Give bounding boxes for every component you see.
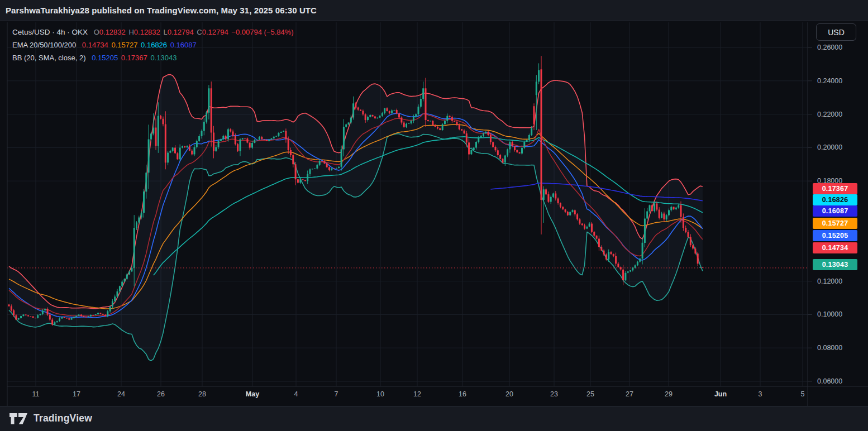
symbol-title: Cetus/USD · 4h · OKX: [12, 28, 88, 36]
time-axis[interactable]: 1117242628May471012162023252729Jun35: [0, 386, 868, 406]
price-tick-label: 0.22000: [817, 111, 842, 118]
price-tick-label: 0.06000: [817, 377, 842, 385]
ema20-value: 0.14734: [82, 41, 108, 49]
high-label: H: [128, 28, 133, 36]
high-value: 0.12832: [134, 28, 160, 36]
tradingview-logo-icon: [9, 413, 28, 424]
bb-label: BB (20, SMA, close, 2): [12, 54, 86, 62]
bb-upper-value: 0.17367: [121, 54, 147, 62]
time-tick-label: 26: [157, 390, 165, 398]
legend-ema-row[interactable]: EMA 20/50/100/200 0.14734 0.15727 0.1682…: [12, 39, 295, 51]
open-value: 0.12832: [99, 28, 126, 36]
time-tick-label: 29: [665, 390, 673, 398]
close-label: C: [197, 28, 202, 36]
snapshot-header: ParshwaTurakhiya28 published on TradingV…: [0, 0, 868, 21]
ema200-value: 0.16087: [170, 41, 197, 49]
time-tick-label: 28: [198, 390, 206, 398]
currency-button[interactable]: USD: [816, 23, 856, 41]
tradingview-logo[interactable]: TradingView: [9, 413, 92, 424]
price-tick-label: 0.26000: [817, 44, 842, 51]
price-axis[interactable]: USD 0.260000.240000.220000.200000.180000…: [808, 22, 868, 406]
low-value: 0.12794: [168, 28, 194, 36]
chart-legend: Cetus/USD · 4h · OKX O0.12832 H0.12832 L…: [12, 26, 295, 64]
open-label: O: [94, 28, 99, 36]
bb-basis-value: 0.15205: [92, 54, 118, 62]
change-value: −0.00794 (−5.84%): [231, 28, 293, 36]
price-tick-label: 0.08000: [817, 344, 842, 352]
time-tick-label: 16: [459, 390, 466, 398]
price-label-chip: 0.13043: [813, 259, 857, 270]
time-tick-label: 27: [626, 390, 633, 398]
price-label-chip: 0.15727: [813, 218, 857, 229]
time-tick-label: 20: [505, 390, 513, 398]
time-tick-label: 24: [117, 390, 125, 398]
ema-label: EMA 20/50/100/200: [12, 41, 76, 49]
time-tick-label: 12: [413, 390, 421, 398]
price-label-chip: 0.16826: [813, 194, 857, 205]
low-label: L: [163, 28, 167, 36]
chart-canvas[interactable]: [0, 0, 868, 431]
footer-bar: TradingView: [0, 406, 868, 431]
time-tick-label: 7: [335, 390, 338, 398]
time-tick-label: 11: [32, 390, 40, 398]
time-tick-label: 4: [294, 390, 298, 398]
tradingview-wordmark: TradingView: [34, 413, 92, 424]
ema50-value: 0.15727: [111, 41, 137, 49]
price-tick-label: 0.24000: [817, 77, 842, 85]
time-tick-label: 5: [801, 390, 805, 398]
price-tick-label: 0.10000: [817, 310, 842, 318]
time-tick-label: 10: [376, 390, 384, 398]
legend-symbol-row[interactable]: Cetus/USD · 4h · OKX O0.12832 H0.12832 L…: [12, 26, 295, 39]
price-tick-label: 0.12000: [817, 277, 842, 285]
price-label-chip: 0.16087: [813, 205, 857, 217]
ema100-value: 0.16826: [141, 41, 167, 49]
price-label-chip: 0.14734: [813, 242, 857, 253]
time-tick-label: May: [246, 390, 259, 398]
legend-bb-row[interactable]: BB (20, SMA, close, 2) 0.15205 0.17367 0…: [12, 51, 295, 64]
time-tick-label: 23: [550, 390, 558, 398]
tradingview-snapshot: ParshwaTurakhiya28 published on TradingV…: [0, 0, 868, 431]
close-value: 0.12794: [202, 28, 228, 36]
price-label-chip: 0.15205: [813, 230, 857, 241]
price-tick-label: 0.20000: [817, 143, 842, 151]
time-tick-label: 3: [759, 390, 762, 398]
time-tick-label: 25: [586, 390, 594, 398]
time-tick-label: 17: [73, 390, 80, 398]
price-label-chip: 0.17367: [813, 183, 857, 194]
snapshot-title: ParshwaTurakhiya28 published on TradingV…: [6, 6, 317, 15]
time-tick-label: Jun: [714, 390, 727, 398]
bb-lower-value: 0.13043: [150, 54, 177, 62]
